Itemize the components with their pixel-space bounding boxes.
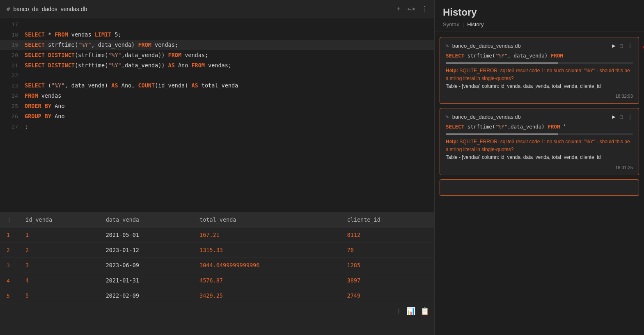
code-line-26[interactable]: 26 GROUP BY Ano [0, 111, 434, 122]
card-progress-fill [446, 62, 558, 64]
line-number: 17 [5, 20, 18, 29]
code-line-27[interactable]: 27 ; [0, 122, 434, 132]
history-card-0: ← ✎ banco_de_dados_vendas.db ▶ ❐ ⋮ SELEC… [440, 37, 639, 104]
history-card-1: ✎ banco_de_dados_vendas.db ▶ ❐ ⋮ SELECT … [440, 108, 639, 175]
code-line-19[interactable]: 19 SELECT strftime("%Y", data_venda) FRO… [0, 40, 434, 50]
table-info: Table - [vendas] column: id_venda, data_… [446, 83, 601, 89]
code-line-20[interactable]: 20 SELECT DISTINCT(strftime("%Y",data_ve… [0, 50, 434, 60]
line-number: 18 [5, 30, 18, 39]
line-number: 20 [5, 51, 18, 60]
card-sql: SELECT strftime("%Y",data_venda) FROM ’ [446, 123, 633, 131]
edit-icon: ✎ [446, 114, 449, 120]
table-row: 3 3 2023-06-09 3044.6499999999996 1285 [0, 258, 434, 273]
col-header-total-venda: total_venda [193, 212, 341, 227]
cell-cliente-id: 8112 [341, 227, 434, 243]
cell-total-venda: 4576.87 [193, 273, 341, 288]
card-help-text: Help: SQLITE_ERROR: sqlite3 result code … [446, 67, 633, 91]
play-button[interactable]: ▶ [612, 42, 615, 49]
code-line-23[interactable]: 23 SELECT ("%Y", data_venda) AS Ano, COU… [0, 80, 434, 91]
cell-cliente-id: 3897 [341, 273, 434, 288]
code-line-18[interactable]: 18 SELECT * FROM vendas LIMIT 5; [0, 30, 434, 40]
tab-history[interactable]: History [467, 21, 484, 28]
play-button[interactable]: ▶ [612, 113, 615, 120]
title-bar: # banco_de_dados_vendas.db ＋ ←> ⋮ [0, 0, 434, 18]
export-button[interactable]: 📋 [420, 307, 429, 315]
tab-divider: | [463, 21, 464, 28]
line-number: 27 [5, 122, 18, 131]
row-num-cell: 3 [0, 258, 19, 273]
line-number: 24 [5, 92, 18, 101]
card-progress-fill [446, 133, 558, 135]
cell-data-venda: 2022-02-09 [99, 288, 193, 303]
history-title: History [443, 7, 636, 18]
cell-total-venda: 3044.6499999999996 [193, 258, 341, 273]
cell-cliente-id: 76 [341, 243, 434, 258]
right-header: History Syntax | History [435, 0, 644, 32]
results-area: ⋮ id_venda data_venda total_venda client… [0, 212, 434, 335]
line-number: 26 [5, 112, 18, 121]
results-footer: ⊦ 📊 📋 [0, 303, 434, 319]
row-num-cell: 2 [0, 243, 19, 258]
cell-id-venda: 2 [19, 243, 99, 258]
share-button[interactable]: ←> [408, 5, 415, 13]
open-editor-button[interactable]: ❐ [620, 42, 623, 49]
code-line-25[interactable]: 25 ORDER BY Ano [0, 101, 434, 111]
cell-total-venda: 1315.33 [193, 243, 341, 258]
line-number: 21 [5, 61, 18, 70]
card-actions: ▶ ❐ ⋮ [612, 113, 633, 120]
cell-data-venda: 2021-01-31 [99, 273, 193, 288]
table-row: 4 4 2021-01-31 4576.87 3897 [0, 273, 434, 288]
code-line-24[interactable]: 24 FROM vendas [0, 91, 434, 101]
card-header: ✎ banco_de_dados_vendas.db ▶ ❐ ⋮ [446, 42, 633, 49]
line-content: SELECT * FROM vendas LIMIT 5; [25, 30, 121, 39]
table-row: 5 5 2022-02-09 3429.25 2749 [0, 288, 434, 303]
line-number: 22 [5, 71, 18, 80]
line-content: SELECT DISTINCT(strftime("%Y",data_venda… [25, 50, 208, 60]
table-row: 1 1 2021-05-01 167.21 8112 [0, 227, 434, 243]
cell-id-venda: 5 [19, 288, 99, 303]
line-content: SELECT strftime("%Y", data_venda) FROM v… [25, 40, 178, 49]
history-list: ← ✎ banco_de_dados_vendas.db ▶ ❐ ⋮ SELEC… [435, 32, 644, 335]
code-line-21[interactable]: 21 SELECT DISTINCT(strftime("%Y",data_ve… [0, 60, 434, 71]
row-indicator-header: ⋮ [0, 212, 19, 227]
card-header: ✎ banco_de_dados_vendas.db ▶ ❐ ⋮ [446, 113, 633, 120]
line-content: FROM vendas [25, 91, 61, 100]
error-text: SQLITE_ERROR: sqlite3 result code 1: no … [446, 139, 630, 152]
help-label: Help: [446, 139, 458, 145]
line-number: 23 [5, 81, 18, 90]
line-content: SELECT ("%Y", data_venda) AS Ano, COUNT(… [25, 81, 238, 90]
cell-cliente-id: 1285 [341, 258, 434, 273]
right-tabs: Syntax | History [443, 21, 636, 28]
error-text: SQLITE_ERROR: sqlite3 result code 1: no … [446, 68, 630, 81]
title-bar-actions: ＋ ←> ⋮ [395, 5, 428, 13]
more-options-button[interactable]: ⋮ [421, 5, 428, 13]
add-tab-button[interactable]: ＋ [395, 5, 402, 13]
results-table: ⋮ id_venda data_venda total_venda client… [0, 212, 434, 303]
col-header-id-venda: id_venda [19, 212, 99, 227]
col-header-cliente-id: cliente_id [341, 212, 434, 227]
card-help-text: Help: SQLITE_ERROR: sqlite3 result code … [446, 138, 633, 162]
arrow-indicator-card: ← [642, 41, 644, 52]
right-panel: History Syntax | History ← ✎ banco_de_da… [435, 0, 644, 335]
database-icon: # [7, 6, 10, 12]
tab-syntax[interactable]: Syntax [443, 21, 459, 28]
grid-view-button[interactable]: ⊦ [398, 307, 401, 315]
open-editor-button[interactable]: ❐ [620, 113, 623, 120]
title-bar-left: # banco_de_dados_vendas.db [7, 6, 87, 12]
cell-id-venda: 4 [19, 273, 99, 288]
card-more-button[interactable]: ⋮ [627, 113, 633, 120]
row-num-cell: 1 [0, 227, 19, 243]
cell-id-venda: 3 [19, 258, 99, 273]
table-row: 2 2 2023-01-12 1315.33 76 [0, 243, 434, 258]
card-more-button[interactable]: ⋮ [627, 42, 633, 49]
line-number: 25 [5, 102, 18, 111]
card-db-name: banco_de_dados_vendas.db [452, 43, 609, 49]
chart-view-button[interactable]: 📊 [406, 307, 415, 315]
cell-data-venda: 2023-01-12 [99, 243, 193, 258]
code-line-22: 22 [0, 71, 434, 80]
code-line-17: 17 [0, 20, 434, 30]
cell-id-venda: 1 [19, 227, 99, 243]
card-sql: SELECT strftime("%Y", data_venda) FROM [446, 52, 633, 60]
edit-icon: ✎ [446, 43, 449, 49]
cell-cliente-id: 2749 [341, 288, 434, 303]
